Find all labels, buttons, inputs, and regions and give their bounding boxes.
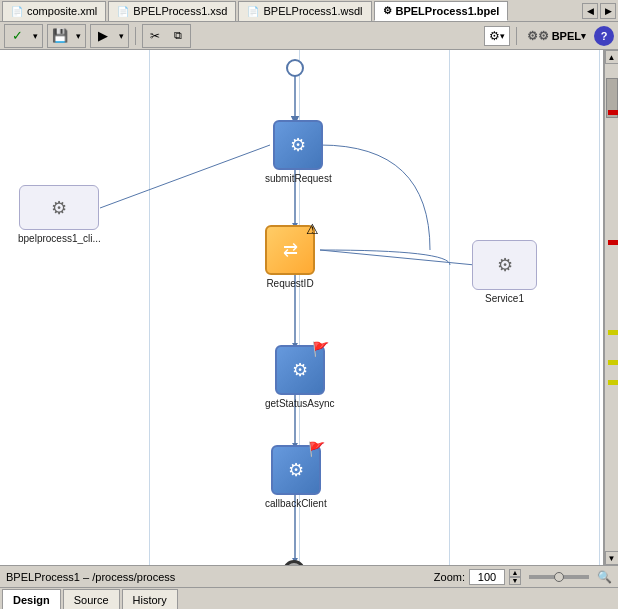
validate-dropdown[interactable]: ▾: [29, 26, 41, 46]
zoom-slider[interactable]: [529, 575, 589, 579]
canvas-area[interactable]: ⚙ bpelprocess1_cli... ⚙ submitRequest ⇄ …: [0, 50, 604, 565]
request-id-label: RequestID: [266, 278, 313, 289]
callback-gear-icon: ⚙: [288, 459, 304, 481]
canvas-inner: ⚙ bpelprocess1_cli... ⚙ submitRequest ⇄ …: [0, 50, 603, 565]
toolbar: ✓ ▾ 💾 ▾ ▶ ▾ ✂ ⧉ ⚙ ▾ ⚙⚙ BPEL ▾ ?: [0, 22, 618, 50]
submit-request-box[interactable]: ⚙: [273, 120, 323, 170]
client-gear-icon: ⚙: [51, 197, 67, 219]
run-dropdown[interactable]: ▾: [115, 26, 127, 46]
flag-icon-2: 🚩: [308, 441, 325, 457]
toolbar-validate-group: ✓ ▾: [4, 24, 43, 48]
tab-prev-button[interactable]: ◀: [582, 3, 598, 19]
tab-history[interactable]: History: [122, 589, 178, 609]
assign-icon: ⇄: [283, 239, 298, 261]
indicator-red-mid: [608, 240, 618, 245]
indicator-yellow-3: [608, 380, 618, 385]
toolbar-sep1: [135, 27, 136, 45]
validate-button[interactable]: ✓: [6, 26, 28, 46]
tab-bar: 📄 composite.xml 📄 BPELProcess1.xsd 📄 BPE…: [0, 0, 618, 22]
xsd-icon: 📄: [117, 6, 129, 17]
node-request-id[interactable]: ⇄ ⚠ RequestID: [265, 225, 315, 289]
zoom-spinner: ▲ ▼: [509, 569, 521, 585]
cut-button[interactable]: ✂: [144, 26, 166, 46]
zoom-icon: 🔍: [597, 570, 612, 584]
zoom-slider-thumb[interactable]: [554, 572, 564, 582]
composite-icon: 📄: [11, 6, 23, 17]
zoom-up-button[interactable]: ▲: [509, 569, 521, 577]
scroll-up-button[interactable]: ▲: [605, 50, 619, 64]
get-status-box[interactable]: ⚙ 🚩: [275, 345, 325, 395]
toolbar-file-group: 💾 ▾: [47, 24, 86, 48]
get-status-label: getStatusAsync: [265, 398, 334, 409]
tab-bpel[interactable]: ⚙ BPELProcess1.bpel: [374, 1, 509, 21]
tab-source[interactable]: Source: [63, 589, 120, 609]
dropdown-arrow: ▾: [500, 31, 505, 41]
status-path: BPELProcess1 – /process/process: [6, 571, 175, 583]
node-submit-request[interactable]: ⚙ submitRequest: [265, 120, 332, 184]
indicator-yellow-2: [608, 360, 618, 365]
vertical-scrollbar: ▲ ▼: [604, 50, 618, 565]
toolbar-action-group: ▶ ▾: [90, 24, 129, 48]
wsdl-icon: 📄: [247, 6, 259, 17]
request-id-box[interactable]: ⇄ ⚠: [265, 225, 315, 275]
indicator-yellow-1: [608, 330, 618, 335]
get-status-gear-icon: ⚙: [292, 359, 308, 381]
copy-icon: ⧉: [174, 29, 182, 42]
flag-icon-1: 🚩: [312, 341, 329, 357]
submit-request-label: submitRequest: [265, 173, 332, 184]
tab-design[interactable]: Design: [2, 589, 61, 609]
toolbar-edit-group: ✂ ⧉: [142, 24, 191, 48]
help-button[interactable]: ?: [594, 26, 614, 46]
end-node: [283, 560, 305, 565]
client-label: bpelprocess1_cli...: [18, 233, 101, 244]
run-button[interactable]: ▶: [92, 26, 114, 46]
node-callback-client[interactable]: ⚙ 🚩 callbackClient: [265, 445, 327, 509]
context-dropdown[interactable]: ⚙ ▾: [484, 26, 510, 46]
bpel-dropdown-arrow[interactable]: ▾: [581, 31, 586, 41]
node-client[interactable]: ⚙ bpelprocess1_cli...: [18, 185, 101, 244]
zoom-area: Zoom: ▲ ▼ 🔍: [434, 569, 612, 585]
save-button[interactable]: 💾: [49, 26, 71, 46]
toolbar-sep2: [516, 27, 517, 45]
check-icon: ✓: [12, 28, 23, 43]
svg-point-12: [287, 60, 303, 76]
client-box[interactable]: ⚙: [19, 185, 99, 230]
zoom-label: Zoom:: [434, 571, 465, 583]
bottom-tabs: Design Source History: [0, 587, 618, 609]
scroll-down-button[interactable]: ▼: [605, 551, 619, 565]
service1-label: Service1: [485, 293, 524, 304]
node-get-status-async[interactable]: ⚙ 🚩 getStatusAsync: [265, 345, 334, 409]
warning-icon: ⚠: [306, 221, 319, 237]
service1-box[interactable]: ⚙: [472, 240, 537, 290]
zoom-down-button[interactable]: ▼: [509, 577, 521, 585]
context-icon: ⚙: [489, 29, 500, 43]
svg-line-5: [100, 145, 270, 208]
tab-xsd[interactable]: 📄 BPELProcess1.xsd: [108, 1, 236, 21]
save-icon: 💾: [52, 28, 68, 43]
main-area: ⚙ bpelprocess1_cli... ⚙ submitRequest ⇄ …: [0, 50, 618, 565]
indicator-red-top: [608, 110, 618, 115]
bpel-label: ⚙⚙ BPEL ▾: [523, 29, 590, 43]
bpel-text: BPEL: [552, 30, 581, 42]
callback-box[interactable]: ⚙ 🚩: [271, 445, 321, 495]
submit-gear-icon: ⚙: [290, 134, 306, 156]
bpel-link-icon: ⚙⚙: [527, 29, 549, 43]
zoom-input[interactable]: [469, 569, 505, 585]
status-bar: BPELProcess1 – /process/process Zoom: ▲ …: [0, 565, 618, 587]
tab-next-button[interactable]: ▶: [600, 3, 616, 19]
tab-navigation: ◀ ▶: [582, 3, 616, 19]
run-icon: ▶: [98, 28, 108, 43]
copy-button[interactable]: ⧉: [167, 26, 189, 46]
bpel-icon: ⚙: [383, 5, 392, 16]
service1-gear-icon: ⚙: [497, 254, 513, 276]
svg-line-6: [320, 250, 475, 265]
tab-composite[interactable]: 📄 composite.xml: [2, 1, 106, 21]
callback-label: callbackClient: [265, 498, 327, 509]
node-service1[interactable]: ⚙ Service1: [472, 240, 537, 304]
cut-icon: ✂: [150, 29, 160, 43]
save-dropdown[interactable]: ▾: [72, 26, 84, 46]
tab-wsdl[interactable]: 📄 BPELProcess1.wsdl: [238, 1, 371, 21]
